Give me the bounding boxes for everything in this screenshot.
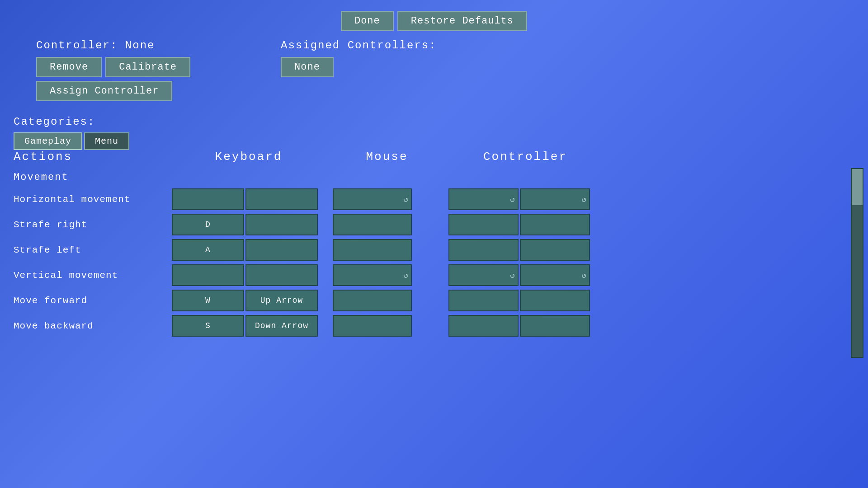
key-cell-mb2[interactable]: Down Arrow (245, 315, 318, 337)
controller-cells-sr (448, 214, 602, 235)
assigned-controllers-label: Assigned Controllers: (281, 39, 436, 52)
key-cell-vm2[interactable] (245, 264, 318, 286)
remove-button[interactable]: Remove (36, 57, 102, 77)
mouse-cells-sr (333, 214, 441, 235)
tab-gameplay[interactable]: Gameplay (14, 132, 82, 150)
controller-label: Controller: None (36, 39, 190, 52)
ctrl-cell-sl2[interactable] (520, 239, 590, 261)
action-vertical: Vertical movement (14, 270, 172, 281)
controller-cells-vm: ↺ ↺ (448, 264, 602, 286)
mouse-cell-mf[interactable] (333, 290, 412, 311)
actions-header: Actions (14, 150, 172, 164)
keyboard-header: Keyboard (172, 150, 326, 164)
calibrate-button[interactable]: Calibrate (105, 57, 190, 77)
table-row: Vertical movement ↺ ↺ ↺ (14, 263, 841, 287)
movement-section-label: Movement (14, 169, 841, 186)
mouse-cell-sl[interactable] (333, 239, 412, 261)
mouse-cell-mb[interactable] (333, 315, 412, 337)
assigned-section: Assigned Controllers: None (281, 39, 436, 77)
restore-defaults-button[interactable]: Restore Defaults (397, 11, 527, 31)
table-row: Move backward S Down Arrow (14, 314, 841, 338)
ctrl-cell-mb1[interactable] (448, 315, 519, 337)
controller-buttons: Remove Calibrate (36, 57, 190, 77)
action-strafe-right: Strafe right (14, 220, 172, 230)
key-cell-sl2[interactable] (245, 239, 318, 261)
mouse-cell-sr[interactable] (333, 214, 412, 235)
key-cell-h1[interactable] (172, 188, 244, 210)
assign-btn-row: Assign Controller (36, 81, 190, 101)
key-cell-sr1[interactable]: D (172, 214, 244, 235)
ctrl-cell-sr2[interactable] (520, 214, 590, 235)
ctrl-cell-sr1[interactable] (448, 214, 519, 235)
ctrl-cell-mf2[interactable] (520, 290, 590, 311)
key-cell-mf2[interactable]: Up Arrow (245, 290, 318, 311)
mouse-cells-mf (333, 290, 441, 311)
ctrl-cell-h1[interactable]: ↺ (448, 188, 519, 210)
action-strafe-left: Strafe left (14, 245, 172, 255)
key-cell-vm1[interactable] (172, 264, 244, 286)
controller-section: Controller: None Remove Calibrate Assign… (0, 39, 868, 105)
key-cell-sr2[interactable] (245, 214, 318, 235)
table-row: Strafe right D (14, 213, 841, 236)
action-move-forward: Move forward (14, 296, 172, 306)
table-row: Move forward W Up Arrow (14, 289, 841, 312)
controller-left: Controller: None Remove Calibrate Assign… (36, 39, 190, 105)
key-cell-h2[interactable] (245, 188, 318, 210)
keyboard-cells-mf: W Up Arrow (172, 290, 326, 311)
ctrl-cell-vm1[interactable]: ↺ (448, 264, 519, 286)
keyboard-cells-vm (172, 264, 326, 286)
table-row: Strafe left A (14, 238, 841, 262)
mouse-header: Mouse (333, 150, 441, 164)
mouse-cells-sl (333, 239, 441, 261)
reset-icon-ctrl-vm1: ↺ (510, 270, 515, 280)
reset-icon-mouse-h: ↺ (403, 194, 408, 204)
controller-cells-horizontal: ↺ ↺ (448, 188, 602, 210)
action-move-backward: Move backward (14, 321, 172, 331)
table-content: Movement Horizontal movement ↺ ↺ ↺ (0, 169, 841, 339)
assigned-none-button[interactable]: None (281, 57, 334, 77)
ctrl-cell-mf1[interactable] (448, 290, 519, 311)
mouse-cells-mb (333, 315, 441, 337)
keyboard-cells-mb: S Down Arrow (172, 315, 326, 337)
categories-section: Categories: Gameplay Menu (0, 116, 868, 150)
top-buttons-container: Done Restore Defaults (0, 0, 868, 31)
reset-icon-ctrl-h1: ↺ (510, 194, 515, 204)
controller-cells-mf (448, 290, 602, 311)
keyboard-cells-horizontal (172, 188, 326, 210)
category-tabs: Gameplay Menu (14, 132, 868, 150)
keyboard-cells-sl: A (172, 239, 326, 261)
controller-cells-mb (448, 315, 602, 337)
tab-menu[interactable]: Menu (84, 132, 129, 150)
reset-icon-ctrl-h2: ↺ (581, 194, 586, 204)
categories-label: Categories: (14, 116, 868, 128)
mouse-cells-vm: ↺ (333, 264, 441, 286)
action-horizontal: Horizontal movement (14, 194, 172, 205)
key-cell-mb1[interactable]: S (172, 315, 244, 337)
ctrl-cell-h2[interactable]: ↺ (520, 188, 590, 210)
scrollbar-thumb[interactable] (852, 169, 863, 205)
done-button[interactable]: Done (341, 11, 394, 31)
assign-controller-button[interactable]: Assign Controller (36, 81, 172, 101)
key-cell-sl1[interactable]: A (172, 239, 244, 261)
mouse-cells-horizontal: ↺ (333, 188, 441, 210)
mouse-cell-h[interactable]: ↺ (333, 188, 412, 210)
column-headers: Actions Keyboard Mouse Controller (0, 150, 841, 164)
reset-icon-mouse-vm: ↺ (403, 270, 408, 280)
mouse-cell-vm[interactable]: ↺ (333, 264, 412, 286)
table-row: Horizontal movement ↺ ↺ ↺ (14, 188, 841, 211)
ctrl-cell-vm2[interactable]: ↺ (520, 264, 590, 286)
keyboard-cells-sr: D (172, 214, 326, 235)
controller-header: Controller (448, 150, 602, 164)
key-cell-mf1[interactable]: W (172, 290, 244, 311)
scrollbar[interactable] (851, 168, 863, 358)
reset-icon-ctrl-vm2: ↺ (581, 270, 586, 280)
ctrl-cell-mb2[interactable] (520, 315, 590, 337)
ctrl-cell-sl1[interactable] (448, 239, 519, 261)
controller-cells-sl (448, 239, 602, 261)
